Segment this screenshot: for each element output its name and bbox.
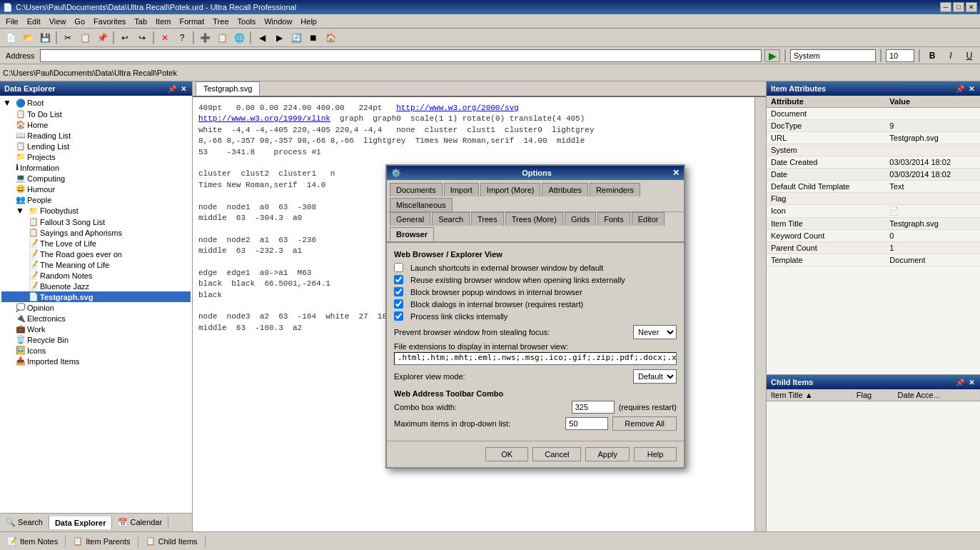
dialog-tab-import[interactable]: Import: [444, 183, 479, 196]
dialog-tab-misc[interactable]: Miscellaneous: [390, 198, 453, 211]
dialog-overlay: ⚙️ Options ✕ Documents Import Import (Mo…: [0, 0, 980, 550]
checkbox-label-shortcuts: Launch shortcuts in external browser win…: [410, 264, 677, 272]
checkbox-row-1: Reuse existing browser window when openi…: [394, 275, 677, 284]
max-items-row: Maximum items in drop-down list: Remove …: [394, 416, 677, 431]
explorer-mode-select[interactable]: Default List Details: [633, 369, 677, 384]
dialog-tab-trees[interactable]: Trees: [471, 212, 504, 226]
dialog-tab-search[interactable]: Search: [432, 212, 470, 226]
dialog-tab-row2: General Search Trees Trees (More) Grids …: [387, 212, 684, 243]
checkbox-label-reuse: Reuse existing browser window when openi…: [410, 276, 677, 284]
ok-button[interactable]: OK: [485, 447, 528, 461]
dialog-title-text: Options: [522, 169, 552, 177]
checkbox-reuse[interactable]: [394, 275, 403, 284]
checkbox-label-block-popup: Block browser popup windows in internal …: [410, 288, 677, 296]
remove-all-button[interactable]: Remove All: [612, 416, 677, 431]
checkbox-label-process-clicks: Process link clicks internally: [410, 312, 677, 321]
dialog-tab-attributes[interactable]: Attributes: [542, 183, 587, 196]
max-items-input[interactable]: [565, 417, 608, 430]
checkbox-row-4: Process link clicks internally: [394, 311, 677, 321]
checkbox-row-3: Block dialogs in internal browser (requi…: [394, 299, 677, 309]
combo-width-note: (requires restart): [619, 403, 677, 411]
explorer-mode-row: Explorer view mode: Default List Details: [394, 369, 677, 384]
max-items-label: Maximum items in drop-down list:: [394, 419, 561, 428]
dialog-tab-fonts[interactable]: Fonts: [597, 212, 630, 226]
cancel-button[interactable]: Cancel: [532, 447, 581, 461]
file-ext-value: .html;.htm;.mht;.eml;.nws;.msg;.ico;.gif…: [394, 352, 677, 365]
dialog-section-title: Web Browser / Explorer View: [394, 250, 677, 259]
checkbox-process-clicks[interactable]: [394, 311, 403, 321]
checkbox-row-0: Launch shortcuts in external browser win…: [394, 263, 677, 272]
dialog-body: Web Browser / Explorer View Launch short…: [387, 243, 684, 441]
file-ext-label: File extensions to display in internal b…: [394, 342, 677, 351]
dialog-tab-grids[interactable]: Grids: [565, 212, 596, 226]
combo-section-title: Web Address Toolbar Combo: [394, 389, 677, 398]
combo-width-label: Combo box width:: [394, 403, 567, 411]
help-dialog-button[interactable]: Help: [634, 447, 677, 461]
combo-width-input[interactable]: [572, 401, 615, 414]
combo-width-row: Combo box width: (requires restart): [394, 401, 677, 414]
prevent-row: Prevent browser window from stealing foc…: [394, 325, 677, 339]
dialog-tab-browser[interactable]: Browser: [390, 227, 434, 241]
apply-button[interactable]: Apply: [585, 447, 630, 461]
dialog-tab-reminders[interactable]: Reminders: [590, 183, 640, 196]
dialog-tab-import-more[interactable]: Import (More): [480, 183, 541, 196]
checkbox-row-2: Block browser popup windows in internal …: [394, 287, 677, 296]
dialog-tab-row1: Documents Import Import (More) Attribute…: [387, 180, 684, 212]
checkbox-shortcuts[interactable]: [394, 263, 403, 272]
prevent-label: Prevent browser window from stealing foc…: [394, 328, 629, 336]
dialog-tab-trees-more[interactable]: Trees (More): [505, 212, 563, 226]
checkbox-block-popup[interactable]: [394, 287, 403, 296]
dialog-tab-documents[interactable]: Documents: [390, 183, 443, 196]
explorer-mode-label: Explorer view mode:: [394, 372, 629, 381]
prevent-select[interactable]: Never Always: [633, 325, 677, 339]
dialog-close-button[interactable]: ✕: [672, 168, 680, 178]
dialog-tab-general[interactable]: General: [390, 212, 430, 226]
dialog-title-bar: ⚙️ Options ✕: [387, 166, 684, 180]
dialog-tab-editor[interactable]: Editor: [632, 212, 665, 226]
checkbox-block-dialogs[interactable]: [394, 299, 403, 309]
options-dialog: ⚙️ Options ✕ Documents Import Import (Mo…: [385, 164, 685, 469]
checkbox-label-block-dialogs: Block dialogs in internal browser (requi…: [410, 300, 677, 309]
dialog-title-icon: ⚙️: [391, 169, 401, 178]
dialog-footer: OK Cancel Apply Help: [387, 441, 684, 467]
